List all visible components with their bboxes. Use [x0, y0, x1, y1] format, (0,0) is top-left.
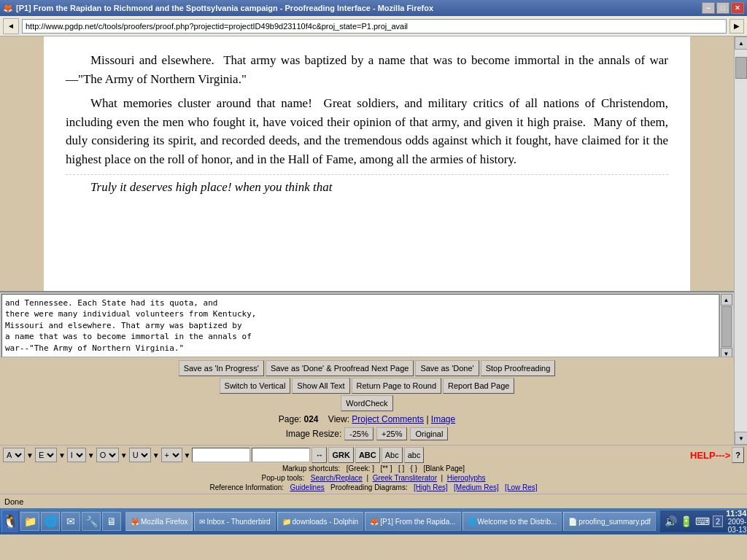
- taskbar-window-p1[interactable]: 🦊 [P1] From the Rapida...: [365, 512, 460, 531]
- markup-controls-row: A ▼ E ▼ I ▼ O ▼ U ▼ + ▼ ↔ GRK ABC Abc ab…: [3, 447, 744, 463]
- firefox-icon: 🦊: [3, 4, 13, 13]
- firefox-taskbar-label: Mozilla Firefox: [141, 518, 187, 526]
- abc-lower-button[interactable]: abc: [404, 447, 425, 463]
- taskbar-tray: 🔊 🔋 ⌨ 2 11:34 2009-03-13: [660, 510, 747, 532]
- start-button[interactable]: 🐧: [1, 510, 19, 533]
- wordcheck-button[interactable]: WordCheck: [341, 395, 392, 411]
- taskbar-window-thunderbird[interactable]: ✉ Inbox - Thunderbird: [194, 512, 275, 531]
- page-label: Page:: [279, 414, 301, 424]
- hieroglyphs-link[interactable]: Hieroglyphs: [447, 474, 486, 482]
- taskbar-quick-launch: 📁 🌐 ✉ 🔧 🖥: [20, 512, 121, 531]
- italic-shortcut: [ ]: [398, 464, 404, 472]
- toolbar-row-3: WordCheck: [1, 395, 732, 411]
- markup-toolbar: A ▼ E ▼ I ▼ O ▼ U ▼ + ▼ ↔ GRK ABC Abc ab…: [0, 445, 747, 494]
- go-button[interactable]: ▶: [729, 19, 744, 34]
- switch-vertical-button[interactable]: Switch to Vertical: [220, 378, 291, 394]
- minus25-button[interactable]: -25%: [344, 427, 374, 440]
- diagrams-label: Proofreading Diagrams:: [330, 483, 408, 491]
- taskbar-icon-settings[interactable]: 🔧: [82, 512, 101, 531]
- stop-proofreading-button[interactable]: Stop Proofreading: [481, 360, 556, 376]
- markup-select-e[interactable]: E: [35, 448, 57, 462]
- save-done-next-button[interactable]: Save as 'Done' & Proofread Next Page: [266, 360, 414, 376]
- taskbar-window-pdf[interactable]: 📄 proofing_summary.pdf: [563, 512, 656, 531]
- markup-select-u[interactable]: U: [129, 448, 151, 462]
- address-input[interactable]: [22, 19, 727, 34]
- greek-transliterator-link[interactable]: Greek Transliterator: [373, 474, 437, 482]
- page-scroll-up-button[interactable]: ▲: [735, 36, 747, 50]
- taskbar-window-distrib[interactable]: 🌐 Welcome to the Distrib...: [462, 512, 562, 531]
- page-number: 024: [303, 414, 318, 424]
- text-editor[interactable]: [1, 294, 719, 359]
- blank-page-shortcut: [Blank Page]: [423, 464, 465, 472]
- back-button[interactable]: ◄: [3, 18, 19, 34]
- titlebar: 🦊 [P1] From the Rapidan to Richmond and …: [0, 0, 747, 16]
- search-input[interactable]: [192, 448, 250, 462]
- save-progress-button[interactable]: Save as 'In Progress': [179, 360, 264, 376]
- markup-select-a[interactable]: A: [3, 448, 25, 462]
- taskbar-icon-email[interactable]: ✉: [61, 512, 80, 531]
- scroll-up-button[interactable]: ▲: [721, 294, 732, 306]
- editor-scrollbar: ▲ ▼: [719, 294, 732, 359]
- toolbar-row-1: Save as 'In Progress' Save as 'Done' & P…: [1, 360, 732, 376]
- search-replace-arrow-button[interactable]: ↔: [311, 447, 327, 463]
- low-res-link[interactable]: [Low Res]: [505, 483, 537, 491]
- scroll-track: [735, 50, 747, 432]
- markup-sep-1: ▼: [26, 451, 34, 459]
- taskbar-icon-terminal[interactable]: 🖥: [102, 512, 121, 531]
- book-paragraph-2: What memories cluster around that name! …: [66, 94, 668, 168]
- page-scroll-down-button[interactable]: ▼: [735, 432, 747, 445]
- markup-select-o[interactable]: O: [96, 448, 119, 462]
- popup-tools-label: Pop-up tools:: [261, 474, 304, 482]
- original-button[interactable]: Original: [410, 427, 448, 440]
- view-label: View:: [328, 414, 349, 424]
- shortcuts-row-1: Markup shortcuts: [Greek: ] [** ] [ ] { …: [3, 464, 744, 473]
- grk-button[interactable]: GRK: [328, 447, 353, 463]
- taskbar-clock: 11:34 2009-03-13: [726, 509, 746, 534]
- dolphin-taskbar-icon: 📁: [282, 518, 291, 526]
- save-done-button[interactable]: Save as 'Done': [415, 360, 479, 376]
- guidelines-link[interactable]: Guidelines: [290, 483, 324, 491]
- markup-select-i[interactable]: I: [67, 448, 86, 462]
- image-resize-label: Image Resize:: [286, 429, 342, 439]
- main-scrollbar: ▲ ▼: [734, 36, 747, 445]
- sc-shortcut: { }: [411, 464, 417, 472]
- taskbar-icon-folder[interactable]: 📁: [20, 512, 39, 531]
- taskbar-window-firefox[interactable]: 🦊 Mozilla Firefox: [125, 512, 193, 531]
- taskbar-icon-browser[interactable]: 🌐: [41, 512, 60, 531]
- scroll-thumb[interactable]: [735, 57, 747, 79]
- return-round-button[interactable]: Return Page to Round: [352, 378, 441, 394]
- medium-res-link[interactable]: [Medium Res]: [454, 483, 499, 491]
- search-replace-link[interactable]: Search/Replace: [311, 474, 363, 482]
- tray-battery-icon[interactable]: 🔋: [680, 516, 692, 527]
- abc-title-button[interactable]: Abc: [382, 447, 403, 463]
- plus25-button[interactable]: +25%: [376, 427, 407, 440]
- project-comments-link[interactable]: Project Comments: [352, 414, 424, 424]
- maximize-button[interactable]: □: [716, 2, 729, 14]
- image-link[interactable]: Image: [431, 414, 455, 424]
- tray-volume-icon[interactable]: 🔊: [665, 516, 677, 527]
- markup-sep-2: ▼: [58, 451, 66, 459]
- replace-input[interactable]: [252, 448, 310, 462]
- abc-upper-button[interactable]: ABC: [355, 447, 380, 463]
- close-button[interactable]: ✕: [731, 2, 744, 14]
- markup-sep-6: ▼: [184, 451, 191, 459]
- distrib-taskbar-label: Welcome to the Distrib...: [478, 518, 557, 526]
- clock-date: 2009-03-13: [726, 518, 746, 534]
- thunderbird-taskbar-label: Inbox - Thunderbird: [206, 518, 270, 526]
- tray-keyboard-icon[interactable]: ⌨: [695, 516, 710, 527]
- markup-shortcuts-label: Markup shortcuts:: [282, 464, 340, 472]
- reference-label: Reference Information:: [209, 483, 284, 491]
- bold-shortcut: [** ]: [380, 464, 392, 472]
- show-all-text-button[interactable]: Show All Text: [292, 378, 349, 394]
- distrib-taskbar-icon: 🌐: [468, 518, 476, 526]
- dolphin-taskbar-label: downloads - Dolphin: [293, 518, 359, 526]
- minimize-button[interactable]: −: [702, 2, 715, 14]
- report-bad-page-button[interactable]: Report Bad Page: [443, 378, 514, 394]
- help-button[interactable]: ?: [732, 447, 744, 463]
- high-res-link[interactable]: [High Res]: [414, 483, 448, 491]
- separator: |: [426, 414, 428, 424]
- p1-taskbar-label: [P1] From the Rapida...: [380, 518, 455, 526]
- taskbar-window-dolphin[interactable]: 📁 downloads - Dolphin: [277, 512, 364, 531]
- markup-select-plus[interactable]: +: [161, 448, 182, 462]
- firefox-taskbar-icon: 🦊: [131, 518, 139, 526]
